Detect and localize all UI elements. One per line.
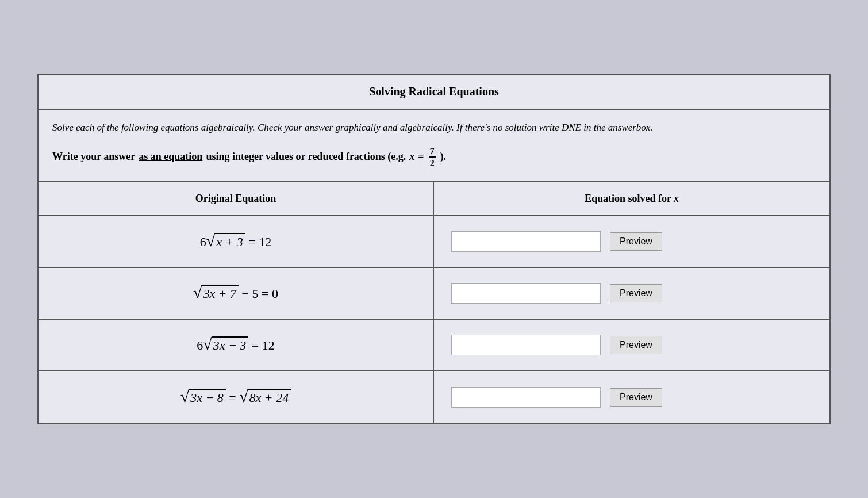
title-row: Solving Radical Equations	[39, 75, 829, 110]
bold-prefix: Write your answer	[52, 151, 135, 163]
answer-cell-2: Preview	[434, 268, 829, 319]
table-row: 6√3x − 3 = 12 Preview	[39, 320, 829, 371]
bold-suffix: using integer values or reduced fraction…	[206, 151, 406, 163]
bold-underline: as an equation	[139, 151, 202, 163]
answer-input-1[interactable]	[451, 231, 601, 252]
equations-table: Original Equation Equation solved for x …	[39, 182, 829, 423]
sqrt-expr-2: √3x + 7	[193, 285, 239, 301]
fraction-denominator: 2	[429, 158, 436, 168]
fraction-numerator: 7	[429, 145, 436, 158]
preview-button-1[interactable]: Preview	[610, 232, 662, 251]
equation-2: √3x + 7 − 5 = 0	[39, 268, 434, 319]
table-row: √3x − 8 = √8x + 24 Preview	[39, 371, 829, 423]
answer-input-2[interactable]	[451, 283, 601, 304]
col1-header: Original Equation	[39, 182, 434, 215]
sqrt-expr-4b: √8x + 24	[239, 389, 291, 405]
instructions-italic: Solve each of the following equations al…	[52, 120, 816, 135]
answer-input-3[interactable]	[451, 335, 601, 355]
answer-input-4[interactable]	[451, 387, 601, 408]
table-row: √3x + 7 − 5 = 0 Preview	[39, 268, 829, 320]
equation-1: 6√x + 3 = 12	[39, 216, 434, 267]
sqrt-expr-3: √3x − 3	[203, 336, 248, 353]
table-row: 6√x + 3 = 12 Preview	[39, 216, 829, 268]
preview-button-3[interactable]: Preview	[610, 336, 662, 354]
col2-header: Equation solved for x	[434, 182, 829, 215]
main-container: Solving Radical Equations Solve each of …	[37, 74, 831, 424]
sqrt-expr-1: √x + 3	[206, 233, 245, 250]
page-title: Solving Radical Equations	[369, 85, 499, 98]
bold-end: ).	[440, 151, 447, 163]
equation-4: √3x − 8 = √8x + 24	[39, 371, 434, 423]
preview-button-4[interactable]: Preview	[610, 388, 662, 407]
table-header: Original Equation Equation solved for x	[39, 182, 829, 216]
equation-3: 6√3x − 3 = 12	[39, 320, 434, 370]
answer-cell-3: Preview	[434, 320, 829, 370]
preview-button-2[interactable]: Preview	[610, 284, 662, 302]
answer-cell-1: Preview	[434, 216, 829, 267]
sqrt-expr-4a: √3x − 8	[180, 389, 226, 405]
example-var: x	[409, 151, 414, 163]
example-eq: =	[418, 151, 424, 163]
answer-cell-4: Preview	[434, 371, 829, 423]
instructions-bold: Write your answer as an equation using i…	[52, 145, 816, 168]
instructions-row: Solve each of the following equations al…	[39, 110, 829, 182]
example-fraction: 7 2	[429, 145, 436, 168]
